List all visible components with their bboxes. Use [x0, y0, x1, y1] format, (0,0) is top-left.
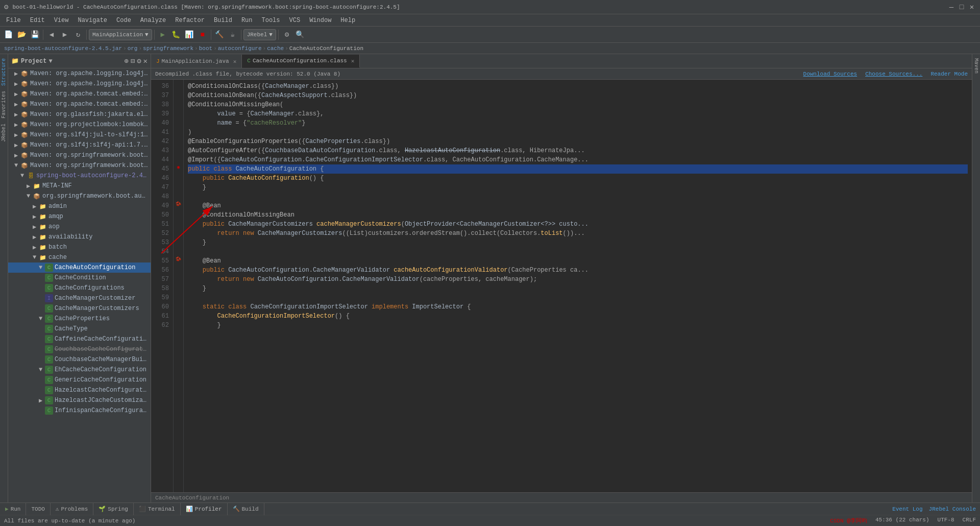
- bottom-tab-todo[interactable]: TODO: [26, 503, 50, 515]
- tree-item-maven-glassfish[interactable]: ▶ 📦 Maven: org.glassfish:jakarta.el:3.0.…: [8, 109, 151, 119]
- maximize-button[interactable]: □: [958, 3, 966, 11]
- save-button[interactable]: 💾: [29, 29, 41, 41]
- tree-item-InfinispanCacheConfiguration[interactable]: C InfinispanCacheConfiguration: [8, 405, 151, 416]
- tree-item-maven-spring-boot[interactable]: ▶ 📦 Maven: org.springframework.boot:spri…: [8, 150, 151, 160]
- tree-item-maven-slf4j-jul[interactable]: ▶ 📦 Maven: org.slf4j:jul-to-slf4j:1.7.30: [8, 130, 151, 140]
- collapse-all-icon[interactable]: ⊟: [131, 57, 135, 65]
- menu-edit[interactable]: Edit: [26, 16, 49, 25]
- structure-tab[interactable]: Structure: [0, 56, 8, 88]
- tree-item-CacheConfigurations[interactable]: C CacheConfigurations: [8, 283, 151, 293]
- run-with-coverage[interactable]: 📊: [183, 29, 195, 41]
- breadcrumb-springframework[interactable]: springframework: [143, 45, 193, 52]
- breadcrumb-boot[interactable]: boot: [199, 45, 212, 52]
- tree-item-maven-tomcat[interactable]: ▶ 📦 Maven: org.apache.tomcat.embed:tomca…: [8, 89, 151, 99]
- tree-item-maven-spring-boot-auto[interactable]: ▼ 📦 Maven: org.springframework.boot:spri…: [8, 160, 151, 171]
- tree-item-CacheProperties[interactable]: ▼ C CacheProperties: [8, 314, 151, 324]
- sidebar-settings-icon[interactable]: ⚙: [137, 57, 141, 65]
- menu-refactor[interactable]: Refactor: [171, 16, 209, 25]
- tree-item-CacheCondition[interactable]: C CacheCondition: [8, 273, 151, 283]
- favorites-tab[interactable]: Favorites: [0, 89, 8, 121]
- open-button[interactable]: 📂: [15, 29, 28, 41]
- settings-button[interactable]: ⚙: [281, 29, 293, 41]
- tree-item-maven-log4j2[interactable]: ▶ 📦 Maven: org.apache.logging.log4j:log4…: [8, 79, 151, 89]
- maven-vtab[interactable]: Maven: [972, 54, 980, 78]
- tree-item-org-springframework[interactable]: ▼ 📦 org.springframework.boot.autoconfigu…: [8, 191, 151, 201]
- bottom-tab-build[interactable]: 🔨 Build: [228, 503, 264, 515]
- stop-button[interactable]: ■: [197, 29, 209, 41]
- breadcrumb-cache[interactable]: cache: [267, 45, 284, 52]
- tree-item-CouchbaseCacheManagerBuilderCustomizer[interactable]: C CouchbaseCacheManagerBuilderCustomizer: [8, 354, 151, 365]
- tab-main-app[interactable]: J MainApplication.java ✕: [151, 55, 242, 68]
- tree-item-HazelcastCacheConfiguration[interactable]: C HazelcastCacheConfiguration: [8, 385, 151, 395]
- menu-file[interactable]: File: [2, 16, 25, 25]
- line-num-50: 50: [155, 210, 169, 220]
- menu-run[interactable]: Run: [237, 16, 257, 25]
- tree-item-jar[interactable]: ▼ 🗄 spring-boot-autoconfigure-2.4.5.jar …: [8, 171, 151, 181]
- jrebel-vtab[interactable]: JRebel: [0, 122, 8, 144]
- menu-help[interactable]: Help: [336, 16, 359, 25]
- run-button[interactable]: ▶: [157, 29, 169, 41]
- menu-window[interactable]: Window: [305, 16, 335, 25]
- code-editor[interactable]: 36 37 38 39 40 41 42 43 44 45 46 47 48 4…: [151, 80, 972, 492]
- tree-item-meta-inf[interactable]: ▶ 📁 META-INF: [8, 181, 151, 191]
- search-everywhere-button[interactable]: 🔍: [294, 29, 306, 41]
- jrebel-console-link[interactable]: JRebel Console: [929, 506, 976, 512]
- locate-icon[interactable]: ⊕: [124, 57, 128, 65]
- reader-mode-link[interactable]: Reader Mode: [930, 71, 968, 77]
- menu-build[interactable]: Build: [210, 16, 236, 25]
- main-app-dropdown[interactable]: MainApplication ▼: [89, 29, 152, 40]
- tree-item-maven-log4j[interactable]: ▶ 📦 Maven: org.apache.logging.log4j:log4…: [8, 68, 151, 79]
- debug-button[interactable]: 🐛: [170, 29, 182, 41]
- tree-item-admin[interactable]: ▶ 📁 admin: [8, 201, 151, 211]
- close-button[interactable]: ✕: [968, 3, 976, 11]
- tab-cache-auto[interactable]: C CacheAutoConfiguration.class ✕: [242, 55, 360, 68]
- tree-item-CacheManagerCustomizers[interactable]: C CacheManagerCustomizers: [8, 303, 151, 314]
- bottom-tab-problems[interactable]: ⚠ Problems: [51, 503, 93, 515]
- tree-item-maven-slf4j-api[interactable]: ▶ 📦 Maven: org.slf4j:slf4j-api:1.7.30: [8, 140, 151, 150]
- bottom-tab-run[interactable]: ▶ Run: [0, 503, 26, 515]
- bottom-tab-profiler[interactable]: 📊 Profiler: [181, 503, 228, 515]
- choose-sources-link[interactable]: Choose Sources...: [865, 71, 922, 77]
- tree-item-CouchbaseCacheConfiguration[interactable]: C CouchbaseCacheConfiguration: [8, 344, 151, 354]
- tab-close-cache[interactable]: ✕: [351, 58, 355, 64]
- tree-item-EhCacheCacheConfiguration[interactable]: ▼ C EhCacheCacheConfiguration: [8, 365, 151, 375]
- breadcrumb-org[interactable]: org: [128, 45, 138, 52]
- breadcrumb-autoconfigure[interactable]: autoconfigure: [218, 45, 262, 52]
- menu-tools[interactable]: Tools: [258, 16, 284, 25]
- event-log-link[interactable]: Event Log: [892, 506, 922, 512]
- tree-item-availability[interactable]: ▶ 📁 availability: [8, 232, 151, 242]
- project-dropdown-icon[interactable]: ▼: [48, 58, 52, 65]
- tree-item-CaffeineCacheConfiguration[interactable]: C CaffeineCacheConfiguration: [8, 334, 151, 344]
- tree-item-maven-tomcat-ws[interactable]: ▶ 📦 Maven: org.apache.tomcat.embed:tomca…: [8, 99, 151, 109]
- tree-item-HazelcastJCacheCustomizationConfiguration[interactable]: ▶ C HazelcastJCacheCustomizationConfigur…: [8, 395, 151, 405]
- tree-item-maven-lombok[interactable]: ▶ 📦 Maven: org.projectlombok:lombok:1.18…: [8, 119, 151, 130]
- menu-view[interactable]: View: [50, 16, 73, 25]
- download-sources-link[interactable]: Download Sources: [803, 71, 857, 77]
- sdk-button[interactable]: ☕: [227, 29, 239, 41]
- tree-item-aop[interactable]: ▶ 📁 aop: [8, 222, 151, 232]
- build-project-button[interactable]: 🔨: [213, 29, 226, 41]
- tree-item-cache[interactable]: ▼ 📁 cache: [8, 252, 151, 262]
- close-sidebar-icon[interactable]: ✕: [143, 57, 148, 65]
- code-text: .: [302, 155, 305, 164]
- tree-item-batch[interactable]: ▶ 📁 batch: [8, 242, 151, 252]
- minimize-button[interactable]: —: [947, 3, 955, 11]
- new-file-button[interactable]: 📄: [2, 29, 14, 41]
- forward-button[interactable]: ▶: [59, 29, 71, 41]
- bottom-tab-spring[interactable]: 🌱 Spring: [93, 503, 134, 515]
- back-button[interactable]: ◀: [45, 29, 58, 41]
- menu-vcs[interactable]: VCS: [285, 16, 305, 25]
- tree-item-CacheManagerCustomizer[interactable]: I CacheManagerCustomizer: [8, 293, 151, 303]
- tree-item-amqp[interactable]: ▶ 📁 amqp: [8, 211, 151, 222]
- tab-close-main[interactable]: ✕: [233, 58, 237, 65]
- tree-item-GenericCacheConfiguration[interactable]: C GenericCacheConfiguration: [8, 375, 151, 385]
- tree-item-CacheType[interactable]: C CacheType: [8, 324, 151, 334]
- menu-analyze[interactable]: Analyze: [136, 16, 170, 25]
- bottom-tab-terminal[interactable]: ⬛ Terminal: [134, 503, 181, 515]
- menu-navigate[interactable]: Navigate: [74, 16, 111, 25]
- tree-item-CacheAutoConfiguration[interactable]: ▼ C CacheAutoConfiguration: [8, 262, 151, 273]
- breadcrumb-jar[interactable]: spring-boot-autoconfigure-2.4.5.jar: [4, 45, 122, 52]
- refresh-button[interactable]: ↻: [72, 29, 84, 41]
- jrebel-dropdown[interactable]: JRebel ▼: [243, 29, 276, 40]
- menu-code[interactable]: Code: [112, 16, 135, 25]
